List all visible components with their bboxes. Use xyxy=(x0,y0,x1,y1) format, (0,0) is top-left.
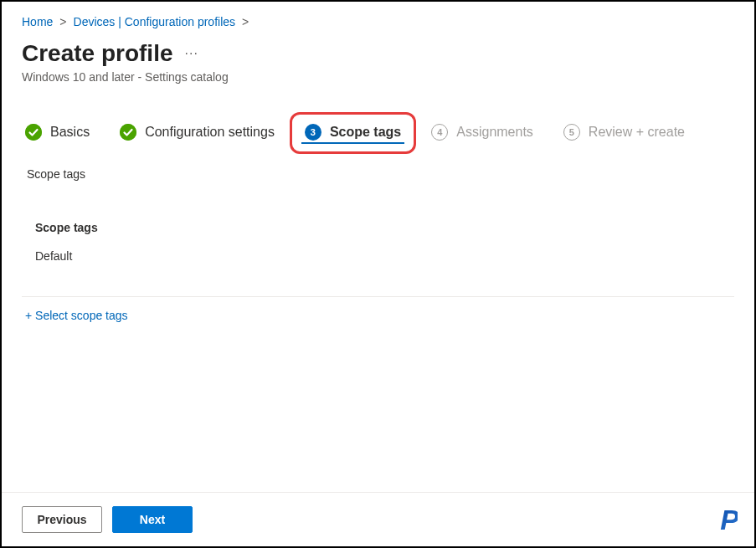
step-review-create[interactable]: 5 Review + create xyxy=(560,119,688,149)
svg-point-0 xyxy=(25,124,42,141)
brand-logo: P xyxy=(720,504,738,536)
page-subtitle: Windows 10 and later - Settings catalog xyxy=(22,70,734,84)
previous-button[interactable]: Previous xyxy=(22,506,102,533)
breadcrumb: Home > Devices | Configuration profiles … xyxy=(22,15,734,28)
scope-tag-value: Default xyxy=(35,249,734,263)
page-title: Create profile xyxy=(22,40,173,67)
footer-bar: Previous Next P xyxy=(2,492,754,546)
step-number-icon: 4 xyxy=(431,124,448,141)
step-label: Basics xyxy=(50,125,90,140)
step-number-icon: 5 xyxy=(563,124,580,141)
wizard-steps: Basics Configuration settings 3 Scope ta… xyxy=(22,119,734,149)
chevron-right-icon: > xyxy=(59,15,66,28)
step-scope-tags[interactable]: 3 Scope tags xyxy=(301,119,404,149)
step-label: Configuration settings xyxy=(145,125,275,140)
step-configuration-settings[interactable]: Configuration settings xyxy=(116,119,278,149)
check-icon xyxy=(25,124,42,141)
step-basics[interactable]: Basics xyxy=(22,119,93,149)
step-label: Assignments xyxy=(456,125,533,140)
check-icon xyxy=(120,124,136,141)
select-scope-tags-link[interactable]: + Select scope tags xyxy=(25,309,734,322)
more-icon[interactable]: ··· xyxy=(185,46,198,61)
section-heading: Scope tags xyxy=(27,167,734,181)
next-button[interactable]: Next xyxy=(112,506,193,533)
scope-tags-label: Scope tags xyxy=(35,221,734,234)
breadcrumb-home[interactable]: Home xyxy=(22,15,53,28)
svg-point-1 xyxy=(120,124,136,141)
chevron-right-icon: > xyxy=(242,15,249,28)
active-underline xyxy=(301,142,404,144)
step-number-icon: 3 xyxy=(305,124,321,141)
step-assignments[interactable]: 4 Assignments xyxy=(428,119,537,149)
divider xyxy=(22,296,734,297)
step-label: Review + create xyxy=(589,125,685,140)
breadcrumb-devices[interactable]: Devices | Configuration profiles xyxy=(74,15,236,28)
step-label: Scope tags xyxy=(330,125,401,140)
